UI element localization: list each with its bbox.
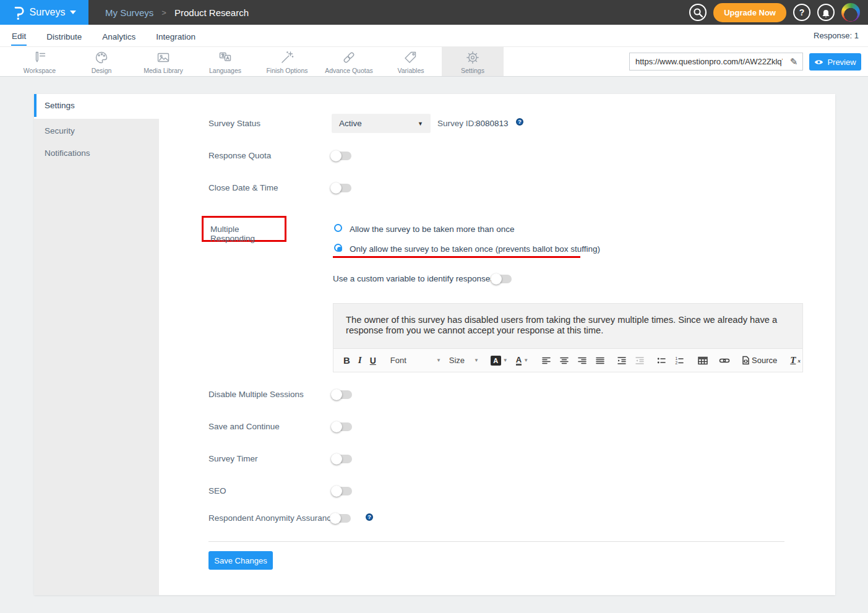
settings-panel: Settings Security Notifications Survey S… <box>34 94 835 595</box>
insert-link-button[interactable] <box>719 357 730 364</box>
tab-analytics[interactable]: Analytics <box>101 27 136 45</box>
ribbon-design[interactable]: Design <box>71 47 132 76</box>
finish-options-wand-icon <box>279 49 295 66</box>
radio-allow-multiple[interactable] <box>334 224 342 232</box>
survey-status-value: Active <box>339 119 418 128</box>
align-left-button[interactable] <box>541 356 551 366</box>
product-name: Surveys <box>30 7 66 18</box>
edit-url-button[interactable]: ✎ <box>785 53 802 70</box>
annotation-red-box: Multiple Responding <box>202 216 286 242</box>
decrease-indent-button[interactable] <box>635 356 645 366</box>
text-color-button[interactable]: A ▼ <box>516 356 528 366</box>
italic-button[interactable]: I <box>358 355 362 366</box>
bold-button[interactable]: B <box>343 355 350 366</box>
justify-button[interactable] <box>595 356 605 366</box>
tab-edit[interactable]: Edit <box>11 26 27 46</box>
increase-indent-button[interactable] <box>617 356 627 366</box>
breadcrumb-current-survey: Product Research <box>174 7 249 18</box>
preview-button[interactable]: Preview <box>809 53 861 71</box>
pencil-icon: ✎ <box>790 56 798 67</box>
bulleted-list-button[interactable] <box>656 356 666 366</box>
top-header-bar: Surveys My Surveys > Product Research Up… <box>0 0 868 25</box>
background-color-button[interactable]: A ▼ <box>491 356 508 366</box>
survey-id-help-icon[interactable]: ? <box>516 118 523 126</box>
source-button[interactable]: Source <box>742 356 777 365</box>
align-center-button[interactable] <box>559 356 569 366</box>
remove-format-sub: x <box>797 358 801 364</box>
survey-status-label: Survey Status <box>208 119 260 128</box>
respondent-anonymity-label: Respondent Anonymity Assurance <box>208 513 336 523</box>
help-button[interactable]: ? <box>793 4 810 21</box>
custom-variable-toggle[interactable] <box>492 275 512 283</box>
chevron-down-icon: ▼ <box>418 121 423 127</box>
underline-button[interactable]: U <box>370 356 376 366</box>
ribbon-label: Workspace <box>24 67 56 74</box>
align-left-icon <box>541 356 551 366</box>
languages-icon <box>217 49 233 66</box>
search-button[interactable] <box>689 4 707 21</box>
advance-quotas-link-icon <box>341 49 357 66</box>
disable-multiple-sessions-toggle[interactable] <box>332 390 352 399</box>
align-right-button[interactable] <box>577 356 587 366</box>
app-logo-menu[interactable]: Surveys <box>0 0 88 25</box>
tab-distribute[interactable]: Distribute <box>46 27 82 45</box>
response-quota-label: Response Quota <box>208 151 271 160</box>
upgrade-now-button[interactable]: Upgrade Now <box>713 3 786 22</box>
disabled-message-text[interactable]: The owner of this survey has disabled us… <box>333 304 802 348</box>
radio-only-once[interactable] <box>334 244 342 252</box>
text-color-letter: A <box>516 356 522 366</box>
annotation-red-underline <box>333 256 580 258</box>
notifications-button[interactable] <box>817 4 835 21</box>
survey-url-input[interactable] <box>630 53 785 70</box>
survey-status-select[interactable]: Active ▼ <box>332 114 431 133</box>
close-date-label: Close Date & Time <box>208 183 278 192</box>
ribbon-variables[interactable]: Variables <box>380 47 442 76</box>
workspace-icon <box>32 49 48 66</box>
ribbon-media-library[interactable]: Media Library <box>132 47 194 76</box>
breadcrumb-my-surveys[interactable]: My Surveys <box>105 7 153 18</box>
ribbon-advance-quotas[interactable]: Advance Quotas <box>318 47 380 76</box>
survey-id-value: 8080813 <box>476 119 509 128</box>
bell-icon <box>821 7 831 18</box>
disable-multiple-sessions-label: Disable Multiple Sessions <box>208 390 304 399</box>
size-dropdown-label: Size <box>449 356 465 365</box>
remove-format-letter: T <box>790 355 796 366</box>
link-chain-icon <box>719 357 730 364</box>
font-dropdown[interactable]: Font ▼ <box>390 356 441 365</box>
ribbon-finish-options[interactable]: Finish Options <box>256 47 318 76</box>
save-and-continue-label: Save and Continue <box>208 422 280 431</box>
chevron-down-icon: ▼ <box>523 358 528 363</box>
anonymity-help-icon[interactable]: ? <box>366 513 373 521</box>
ribbon-label: Settings <box>461 67 484 74</box>
ribbon-languages[interactable]: Languages <box>194 47 256 76</box>
survey-timer-toggle[interactable] <box>332 455 352 463</box>
sidebar-item-security[interactable]: Security <box>34 119 159 142</box>
svg-text:2: 2 <box>676 361 678 365</box>
ribbon-label: Variables <box>398 67 424 74</box>
radio-only-once-label: Only allow the survey to be taken once (… <box>350 244 600 254</box>
survey-url-field: ✎ <box>629 53 803 71</box>
settings-sidebar: Settings Security Notifications <box>34 94 159 595</box>
size-dropdown[interactable]: Size ▼ <box>449 356 479 365</box>
ribbon-workspace[interactable]: Workspace <box>9 47 71 76</box>
seo-toggle[interactable] <box>332 487 352 495</box>
close-date-toggle[interactable] <box>332 184 351 192</box>
save-and-continue-toggle[interactable] <box>332 422 352 431</box>
increase-indent-icon <box>617 356 627 366</box>
sidebar-item-notifications[interactable]: Notifications <box>34 142 159 164</box>
tab-integration[interactable]: Integration <box>155 27 196 45</box>
settings-gear-icon <box>465 49 481 66</box>
save-changes-button[interactable]: Save Changes <box>208 551 273 570</box>
source-file-icon <box>742 356 750 365</box>
ribbon-settings[interactable]: Settings <box>442 47 504 76</box>
remove-format-button[interactable]: Tx <box>790 355 801 366</box>
sidebar-item-settings[interactable]: Settings <box>34 94 159 117</box>
respondent-anonymity-toggle[interactable] <box>331 514 351 523</box>
ribbon-label: Advance Quotas <box>325 67 373 74</box>
user-avatar[interactable] <box>841 3 860 22</box>
page-background: Settings Security Notifications Survey S… <box>0 77 868 613</box>
sidebar-item-label: Settings <box>45 101 75 110</box>
numbered-list-button[interactable]: 12 <box>674 356 684 366</box>
response-quota-toggle[interactable] <box>332 152 351 160</box>
insert-table-button[interactable] <box>697 356 708 366</box>
